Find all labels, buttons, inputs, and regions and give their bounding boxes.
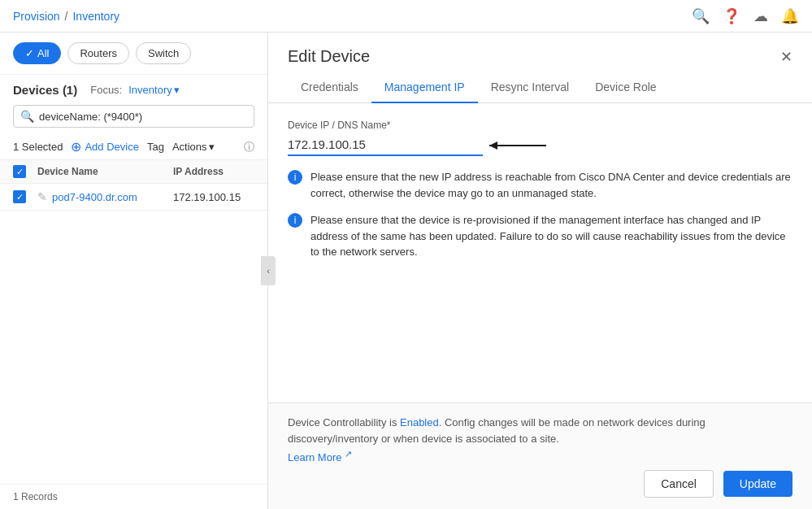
cancel-button[interactable]: Cancel [644,470,714,498]
edit-icon[interactable]: ✎ [37,190,47,203]
close-button[interactable]: ✕ [780,50,792,64]
tab-all[interactable]: ✓All [13,42,61,64]
table-header: ✓ Device Name IP Address [0,160,267,184]
records-footer: 1 Records [0,484,267,509]
tab-credentials[interactable]: Credentials [288,72,371,103]
arrow-annotation [489,145,546,146]
info-circle-icon: i [288,170,302,185]
top-nav: Provision / Inventory 🔍 ❓ ☁ 🔔 [0,0,812,33]
chevron-down-icon: ▾ [209,141,215,153]
bell-icon[interactable]: 🔔 [781,7,799,25]
breadcrumb-separator: / [65,10,68,23]
actions-button[interactable]: Actions ▾ [172,141,215,153]
device-ip: 172.19.100.15 [173,191,254,203]
tab-management-ip[interactable]: Management IP [371,72,478,103]
devices-title: Devices (1) [13,83,77,97]
external-link-icon: ↗ [341,448,351,458]
col-ip-header: IP Address [173,166,254,177]
notice-text-1: Please ensure that the new IP address is… [310,169,792,201]
right-panel: Edit Device ✕ Credentials Management IP … [268,33,812,509]
search-bar: 🔍 [13,105,254,128]
table-row[interactable]: ✓ ✎ pod7-9400.dr.com 172.19.100.15 [0,184,267,211]
col-device-name-header: Device Name [37,166,173,177]
action-bar: 1 Selected ⊕ Add Device Tag Actions ▾ ⓘ [0,134,267,160]
focus-dropdown[interactable]: Inventory ▾ [128,84,179,96]
devices-header: Devices (1) Focus: Inventory ▾ [0,75,267,102]
selected-label: 1 Selected [13,141,63,153]
learn-more-link[interactable]: Learn More ↗ [288,451,352,463]
notice-1: i Please ensure that the new IP address … [288,169,792,201]
ip-field-row [288,134,792,156]
select-all-checkbox[interactable]: ✓ [13,165,26,178]
search-input[interactable] [39,111,247,123]
field-label: Device IP / DNS Name* [288,120,792,131]
tag-button[interactable]: Tag [147,141,164,153]
footer-controllability-text: Device Controllability is Enabled. Confi… [288,415,792,465]
tab-switches[interactable]: Switch [136,42,191,64]
notice-text-2: Please ensure that the device is re-prov… [310,212,792,260]
ip-input[interactable] [288,134,483,156]
add-device-button[interactable]: ⊕ Add Device [71,139,138,154]
dialog-title: Edit Device [288,47,370,66]
notice-2: i Please ensure that the device is re-pr… [288,212,792,260]
breadcrumb-inventory[interactable]: Inventory [72,10,119,23]
footer-actions: Cancel Update [288,470,792,498]
header-checkbox-col: ✓ [13,165,37,178]
plus-icon: ⊕ [71,139,81,154]
breadcrumb-provision[interactable]: Provision [13,10,60,23]
info-icon[interactable]: ⓘ [244,140,254,154]
search-icon[interactable]: 🔍 [692,7,710,25]
focus-label: Focus: [90,84,122,96]
chevron-down-icon: ▾ [174,84,180,96]
help-icon[interactable]: ❓ [723,7,740,25]
breadcrumb: Provision / Inventory [13,10,119,23]
info-circle-icon-2: i [288,213,302,228]
tab-resync-interval[interactable]: Resync Interval [478,72,582,103]
controllability-status: Enabled. [400,416,441,429]
tab-device-role[interactable]: Device Role [582,72,669,103]
filter-tabs: ✓All Routers Switch [0,33,267,75]
cloud-icon[interactable]: ☁ [753,7,768,25]
main-area: ✓All Routers Switch Devices (1) Focus: I… [0,33,812,509]
search-icon: 🔍 [20,110,34,123]
dialog-tabs: Credentials Management IP Resync Interva… [268,72,812,103]
update-button[interactable]: Update [723,471,792,497]
arrow-head-icon [489,141,497,150]
dialog-body: Device IP / DNS Name* i Please ensure th… [268,103,812,402]
left-panel: ✓All Routers Switch Devices (1) Focus: I… [0,33,268,509]
collapse-handle[interactable]: ‹ [261,256,276,285]
chevron-left-icon: ‹ [267,266,270,276]
nav-icons: 🔍 ❓ ☁ 🔔 [692,7,799,25]
device-name-link[interactable]: pod7-9400.dr.com [52,191,173,203]
tab-routers[interactable]: Routers [67,42,129,64]
row-checkbox[interactable]: ✓ [13,190,26,203]
dialog-header: Edit Device ✕ [268,33,812,66]
dialog-footer: Device Controllability is Enabled. Confi… [268,402,812,509]
